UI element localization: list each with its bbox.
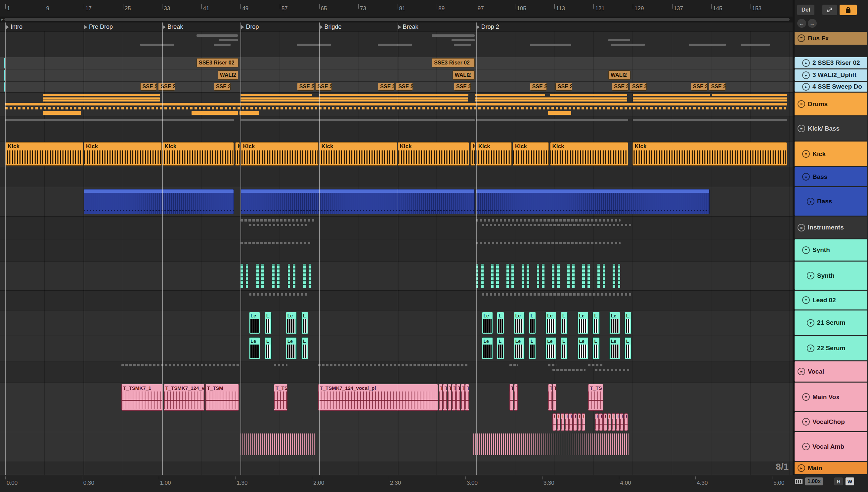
vocal-chop-clip[interactable]: T (612, 413, 615, 431)
audio-clip[interactable]: WALI2 (453, 70, 475, 80)
vocal-chop-clip[interactable]: T (557, 413, 560, 431)
track-header-main[interactable]: ▸Main (795, 462, 867, 474)
track-header-riser[interactable]: ▸2 SSE3 Riser 02 (795, 57, 867, 69)
synth-clip[interactable] (618, 264, 621, 288)
audio-clip[interactable]: SSE S (378, 83, 395, 91)
kick-clip[interactable]: Kick (162, 142, 234, 166)
serum-clip[interactable]: Le (514, 312, 525, 334)
serum-clip[interactable]: L (561, 312, 568, 334)
serum-clip[interactable]: L (302, 337, 308, 360)
serum-clip[interactable]: L (302, 312, 308, 334)
audio-clip[interactable]: SSE S (691, 83, 707, 91)
track-header-kick[interactable]: ▾Kick (795, 142, 867, 166)
vocal-clip[interactable]: T (439, 384, 442, 411)
serum-clip[interactable]: L (561, 337, 568, 360)
synth-clip[interactable] (261, 264, 264, 288)
play-icon[interactable]: ▸ (798, 464, 805, 472)
track-header-drums[interactable]: ≡Drums (795, 93, 867, 115)
lane-riser[interactable]: SSE3 Riser 02SSE3 Riser 02 (0, 57, 793, 69)
lane-main-vox[interactable]: T_TSMK7_1T_TSMK7_124_voT_TSMT_TST_TSMK7_… (0, 382, 793, 412)
group-icon[interactable]: ≡ (798, 34, 805, 42)
synth-clip[interactable] (256, 264, 259, 288)
lane-kick-bass[interactable] (0, 116, 793, 141)
serum-clip[interactable]: Le (249, 337, 260, 360)
serum-clip[interactable]: L (529, 337, 536, 360)
serum-clip[interactable]: Le (578, 337, 588, 360)
nav-forward-button[interactable]: → (808, 19, 817, 28)
vocal-clip[interactable]: T (461, 384, 465, 411)
audio-clip[interactable]: WALI2 (608, 70, 630, 80)
serum-clip[interactable]: Le (286, 337, 297, 360)
synth-clip[interactable] (542, 264, 545, 288)
synth-clip[interactable] (587, 264, 590, 288)
fold-icon[interactable]: ▾ (802, 393, 810, 401)
kick-clip[interactable]: Kick (5, 142, 83, 166)
group-icon[interactable]: ≡ (802, 246, 810, 254)
vocal-clip[interactable]: T (514, 384, 518, 411)
synth-clip[interactable] (288, 264, 290, 288)
lane-drums[interactable] (0, 92, 793, 116)
serum-clip[interactable]: Le (609, 312, 620, 334)
synth-clip[interactable] (612, 264, 615, 288)
vocal-clip[interactable]: T (509, 384, 513, 411)
kick-clip[interactable]: Kick (397, 142, 469, 166)
audio-clip[interactable]: SSE S (297, 83, 314, 91)
vocal-clip[interactable]: T (452, 384, 456, 411)
audio-clip[interactable]: SSE S (454, 83, 471, 91)
vocal-clip[interactable]: T (548, 384, 552, 411)
arrangement-marker-drop[interactable]: Drop (240, 23, 259, 31)
bass-clip[interactable] (84, 189, 234, 214)
group-icon[interactable]: ≡ (798, 368, 805, 375)
lock-button[interactable] (840, 5, 857, 15)
arrangement-marker-break[interactable]: Break (162, 23, 183, 31)
vocal-clip[interactable]: T (465, 384, 469, 411)
lane-main[interactable] (0, 462, 793, 475)
track-header-lead02-group[interactable]: ≡Lead 02 (795, 291, 867, 310)
vocal-clip[interactable]: T_TS (588, 384, 603, 411)
serum-clip[interactable]: Le (546, 337, 556, 360)
lane-synth-group[interactable] (0, 239, 793, 261)
fold-icon[interactable]: ▾ (807, 198, 814, 205)
vocal-chop-clip[interactable]: T (561, 413, 564, 431)
lane-bus-fx[interactable] (0, 31, 793, 57)
serum-clip[interactable]: L (625, 337, 631, 360)
vocal-chop-clip[interactable]: T (599, 413, 603, 431)
lane-kick[interactable]: KickKickKickKKickKickKickKKickKickKickKi… (0, 141, 793, 167)
vocal-amb-clip[interactable] (473, 434, 628, 455)
serum-clip[interactable]: L (593, 337, 599, 360)
synth-clip[interactable] (572, 264, 575, 288)
lane-vocalchop[interactable]: TTTTTTTTTTTTTTTT (0, 412, 793, 432)
synth-clip[interactable] (597, 264, 600, 288)
serum-clip[interactable]: L (497, 337, 504, 360)
lane-vocal-group[interactable] (0, 361, 793, 382)
expand-button[interactable] (822, 5, 837, 15)
serum-clip[interactable]: L (265, 337, 271, 360)
play-icon[interactable]: ▸ (802, 71, 810, 79)
vocal-chop-clip[interactable]: T (573, 413, 577, 431)
serum-clip[interactable]: L (625, 312, 631, 334)
audio-clip[interactable]: SSE S (709, 83, 726, 91)
arrangement-marker-intro[interactable]: Intro (5, 23, 23, 31)
arrangement-marker-brigde[interactable]: Brigde (319, 23, 342, 31)
synth-clip[interactable] (506, 264, 509, 288)
group-icon[interactable]: ≡ (802, 296, 810, 304)
serum-clip[interactable]: L (529, 312, 536, 334)
synth-clip[interactable] (277, 264, 280, 288)
synth-clip[interactable] (246, 264, 248, 288)
arrangement-marker-break[interactable]: Break (397, 23, 418, 31)
vocal-chop-clip[interactable]: T (578, 413, 581, 431)
play-icon[interactable]: ▸ (802, 59, 810, 67)
vocal-chop-clip[interactable]: T (552, 413, 556, 431)
vocal-chop-clip[interactable]: T (569, 413, 573, 431)
track-header-bass[interactable]: ▾Bass (795, 187, 867, 216)
nav-back-button[interactable]: ← (797, 19, 806, 28)
audio-clip[interactable]: WALI2 (218, 70, 239, 80)
vocal-chop-clip[interactable]: T (620, 413, 624, 431)
vocal-clip[interactable]: T_TSMK7_124_vocal_pl (318, 384, 438, 411)
kick-clip[interactable]: Kick (319, 142, 397, 166)
arrangement-marker-drop-2[interactable]: Drop 2 (476, 23, 499, 31)
vocal-clip[interactable]: T_TSM (206, 384, 239, 411)
audio-clip[interactable]: SSE3 Riser 02 (196, 58, 239, 68)
scroll-handle[interactable] (4, 18, 790, 21)
group-icon[interactable]: ≡ (798, 100, 805, 108)
